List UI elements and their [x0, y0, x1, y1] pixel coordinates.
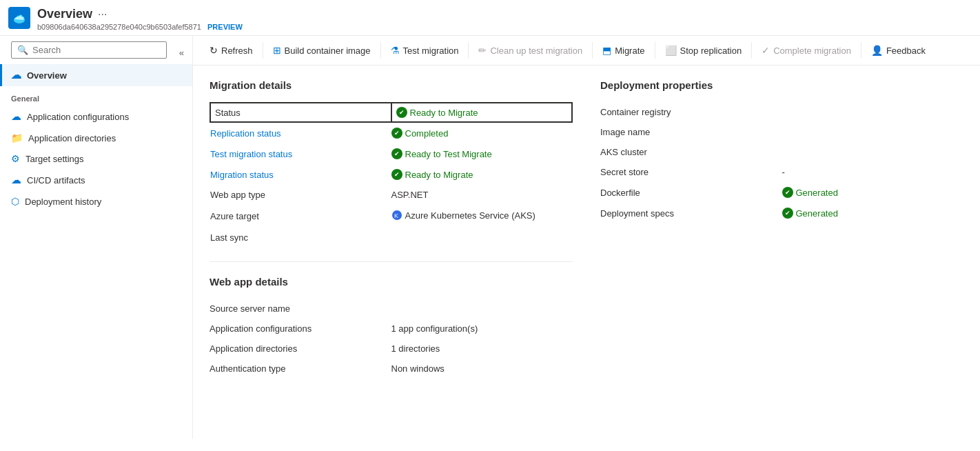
search-input[interactable]	[32, 45, 161, 55]
test-migration-label: Test migration	[403, 46, 459, 56]
table-row-azure-target: Azure target K Azure Kubernetes Service	[210, 205, 572, 228]
test-migration-label[interactable]: Test migration status	[210, 143, 391, 164]
table-row-aks-cluster: AKS cluster	[600, 142, 963, 162]
feedback-button[interactable]: 👤 Feedback	[866, 41, 931, 59]
test-migration-button[interactable]: ⚗ Test migration	[385, 41, 465, 59]
migration-status-label[interactable]: Migration status	[210, 164, 391, 185]
dockerfile-label: Dockerfile	[600, 182, 782, 203]
app-directories-value: 1 directories	[391, 339, 573, 359]
table-row-image-name: Image name	[600, 122, 963, 142]
toolbar-divider-4	[592, 42, 593, 59]
migration-details-title: Migration details	[210, 79, 573, 91]
table-row-source-server: Source server name	[210, 299, 573, 319]
source-server-label: Source server name	[210, 299, 391, 319]
table-row-container-registry: Container registry	[600, 102, 963, 122]
search-icon: 🔍	[17, 45, 28, 55]
web-app-details-table: Source server name Application configura…	[210, 299, 573, 379]
cicd-icon: ☁	[11, 174, 21, 186]
main-two-col: Migration details Status Ready to Migr	[210, 79, 963, 379]
complete-migration-label: Complete migration	[773, 46, 851, 56]
web-app-type-value: ASP.NET	[391, 185, 573, 205]
image-name-label: Image name	[600, 122, 782, 142]
app-header: Overview ··· b09806da640638a295278e040c9…	[0, 0, 980, 36]
app-ellipsis-menu[interactable]: ···	[98, 8, 107, 21]
build-container-button[interactable]: ⊞ Build container image	[267, 41, 376, 59]
migrate-button[interactable]: ⬒ Migrate	[597, 41, 650, 59]
app-configurations-label: Application configurations	[210, 319, 391, 339]
stop-icon: ⬜	[665, 45, 677, 56]
test-migration-value: Ready to Test Migrate	[391, 143, 573, 164]
sidebar-item-cicd[interactable]: ☁ CI/CD artifacts	[0, 169, 192, 191]
sidebar-item-target-settings[interactable]: ⚙ Target settings	[0, 148, 192, 169]
aks-cluster-label: AKS cluster	[600, 142, 782, 162]
azure-target-label: Azure target	[210, 205, 391, 228]
migrate-label: Migrate	[615, 46, 644, 56]
table-row-dockerfile: Dockerfile Generated	[600, 182, 963, 203]
sidebar-collapse-button[interactable]: «	[176, 46, 187, 59]
replication-value: Completed	[391, 122, 573, 143]
nav-section-general: General	[0, 86, 192, 106]
target-settings-icon: ⚙	[11, 153, 20, 164]
app-configurations-value: 1 app configuration(s)	[391, 319, 573, 339]
replication-label[interactable]: Replication status	[210, 122, 391, 143]
container-registry-value	[782, 102, 964, 122]
sidebar-item-label: Application directories	[28, 133, 116, 143]
flask-icon: ⚗	[391, 45, 400, 56]
deployment-specs-label: Deployment specs	[600, 203, 782, 223]
content-area: Migration details Status Ready to Migr	[193, 66, 980, 392]
auth-type-value: Non windows	[391, 359, 573, 379]
toolbar-divider-6	[751, 42, 752, 59]
source-server-value	[391, 299, 573, 319]
toolbar-divider-1	[263, 42, 263, 59]
stop-replication-button[interactable]: ⬜ Stop replication	[660, 41, 748, 59]
feedback-icon: 👤	[871, 45, 883, 56]
container-registry-label: Container registry	[600, 102, 782, 122]
toolbar-divider-5	[655, 42, 655, 59]
table-row-secret-store: Secret store -	[600, 162, 963, 182]
migration-status-value: Ready to Migrate	[391, 164, 573, 185]
build-label: Build container image	[285, 46, 371, 56]
toolbar-divider-3	[468, 42, 469, 59]
sidebar-item-label: Deployment history	[25, 197, 101, 207]
overview-icon: ☁	[11, 69, 21, 81]
app-title-area: Overview ··· b09806da640638a295278e040c9…	[37, 7, 243, 31]
web-app-type-label: Web app type	[210, 185, 391, 205]
sidebar-item-deploy-history[interactable]: ⬡ Deployment history	[0, 191, 192, 212]
sidebar-item-app-config[interactable]: ☁ Application configurations	[0, 106, 192, 128]
table-row-status: Status Ready to Migrate	[210, 103, 572, 122]
auth-type-label: Authentication type	[210, 359, 391, 379]
secret-store-label: Secret store	[600, 162, 782, 182]
app-logo	[8, 7, 30, 29]
main-content: ↻ Refresh ⊞ Build container image ⚗ Test…	[193, 36, 980, 439]
complete-migration-button[interactable]: ✓ Complete migration	[756, 41, 857, 59]
toolbar-divider-7	[861, 42, 861, 59]
table-row-auth-type: Authentication type Non windows	[210, 359, 573, 379]
deployment-properties-title: Deployment properties	[600, 79, 963, 91]
migrate-icon: ⬒	[602, 45, 611, 56]
sidebar-item-overview[interactable]: ☁ Overview	[0, 64, 192, 86]
table-row-app-configurations: Application configurations 1 app configu…	[210, 319, 573, 339]
app-title: Overview	[37, 7, 92, 21]
last-sync-label: Last sync	[210, 228, 391, 248]
sidebar-item-label: Application configurations	[27, 112, 129, 122]
svg-text:K: K	[394, 212, 398, 219]
search-bar[interactable]: 🔍	[11, 41, 167, 59]
status-label-cell: Status	[210, 103, 391, 122]
app-config-icon: ☁	[11, 110, 21, 123]
refresh-button[interactable]: ↻ Refresh	[204, 41, 258, 59]
deploy-history-icon: ⬡	[11, 196, 19, 207]
sidebar-item-label: Target settings	[25, 154, 84, 164]
feedback-label: Feedback	[886, 46, 926, 56]
status-badge: Ready to Migrate	[396, 107, 568, 118]
clean-up-button[interactable]: ✏ Clean up test migration	[473, 41, 588, 59]
main-layout: 🔍 « ☁ Overview General ☁ Application con…	[0, 36, 980, 439]
sidebar-item-app-dir[interactable]: 📁 Application directories	[0, 128, 192, 148]
clean-up-label: Clean up test migration	[490, 46, 582, 56]
toolbar: ↻ Refresh ⊞ Build container image ⚗ Test…	[193, 36, 980, 66]
table-row-web-app-type: Web app type ASP.NET	[210, 185, 572, 205]
deployment-properties-col: Deployment properties Container registry	[600, 79, 963, 379]
deployment-properties-table: Container registry Image name	[600, 102, 963, 223]
table-row-test-migration: Test migration status Ready to Test Migr…	[210, 143, 572, 164]
sidebar-item-label: Overview	[27, 70, 67, 81]
stop-replication-label: Stop replication	[680, 46, 742, 56]
